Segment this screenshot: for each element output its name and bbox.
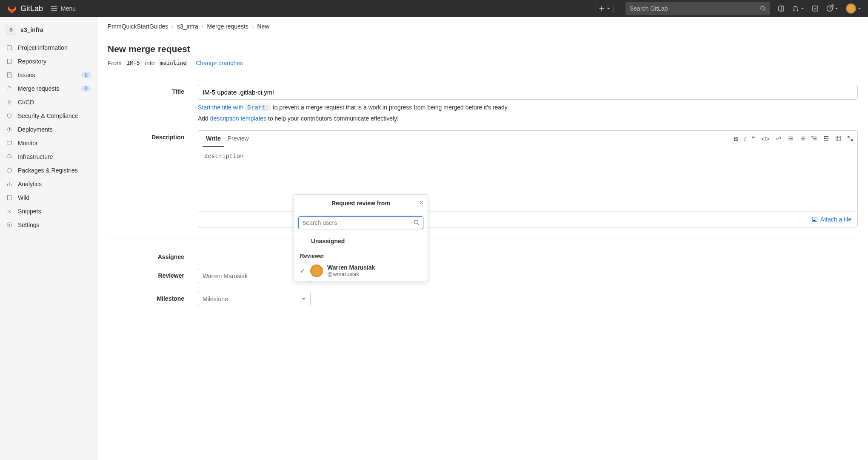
svg-rect-12 (8, 196, 11, 200)
topbar: GitLab Menu ? (0, 0, 868, 17)
svg-rect-8 (8, 59, 11, 64)
package-icon (6, 167, 13, 173)
target-branch: mainline (158, 59, 188, 66)
tab-preview[interactable]: Preview (224, 131, 252, 147)
breadcrumb-group[interactable]: PmmQuickStartGuides (108, 23, 168, 30)
milestone-select[interactable]: Milestone (198, 292, 311, 306)
gitlab-logo[interactable]: GitLab (7, 3, 43, 14)
sidebar-item-packages[interactable]: Packages & Registries (0, 164, 97, 177)
svg-text:?: ? (828, 6, 831, 11)
link-icon[interactable] (776, 135, 782, 142)
search-icon (760, 6, 766, 12)
search-input[interactable] (630, 5, 760, 12)
svg-point-16 (788, 138, 789, 139)
deploy-icon (6, 126, 13, 132)
branch-info: From IM-5 into mainline Change branches (108, 59, 858, 77)
breadcrumb-current: New (257, 23, 269, 30)
project-header[interactable]: S s3_infra (0, 21, 97, 41)
svg-point-21 (814, 218, 814, 219)
svg-point-13 (9, 224, 10, 226)
sidebar-item-wiki[interactable]: Wiki (0, 191, 97, 204)
divider (108, 239, 858, 239)
indent-icon[interactable] (823, 135, 829, 142)
svg-point-17 (788, 140, 789, 141)
menu-label: Menu (61, 5, 76, 12)
rocket-icon (6, 99, 13, 105)
sidebar-item-security[interactable]: Security & Compliance (0, 109, 97, 123)
source-branch: IM-5 (125, 59, 142, 66)
sidebar-item-settings[interactable]: Settings (0, 218, 97, 232)
create-new-dropdown[interactable] (596, 4, 614, 13)
draft-tag[interactable]: Draft: (245, 104, 271, 111)
attach-file-button[interactable]: Attach a file (812, 216, 851, 223)
draft-hint-link[interactable]: Start the title with (198, 104, 245, 111)
change-branches-link[interactable]: Change branches (196, 60, 243, 66)
task-list-icon[interactable] (811, 135, 817, 142)
page-title: New merge request (108, 44, 858, 54)
sidebar-item-deployments[interactable]: Deployments (0, 123, 97, 136)
close-icon[interactable]: × (420, 199, 423, 207)
popover-title: Request review from × (294, 195, 428, 212)
title-label: Title (108, 85, 198, 95)
plus-icon (599, 6, 605, 12)
user-avatar (846, 3, 856, 14)
merge-request-shortcut[interactable] (792, 5, 804, 12)
popover-reviewer-item[interactable]: ✓ Warren Marusiak @wmarusiak (294, 261, 428, 281)
sidebar-item-snippets[interactable]: Snippets (0, 204, 97, 218)
book-icon (6, 195, 13, 201)
sidebar-item-merge-requests[interactable]: Merge requests0 (0, 82, 97, 95)
fullscreen-icon[interactable] (847, 135, 853, 142)
user-menu[interactable] (846, 3, 861, 14)
sidebar-item-analytics[interactable]: Analytics (0, 177, 97, 191)
chevron-down-icon (606, 6, 611, 11)
popover-unassigned[interactable]: Unassigned (294, 233, 428, 249)
breadcrumb-mrs[interactable]: Merge requests (207, 23, 248, 30)
global-search[interactable] (625, 2, 770, 15)
sidebar-item-issues[interactable]: Issues0 (0, 68, 97, 82)
popover-search-input[interactable] (302, 219, 414, 226)
title-input[interactable] (198, 85, 858, 100)
breadcrumb: PmmQuickStartGuides › s3_infra › Merge r… (108, 23, 858, 36)
reviewer-label: Reviewer (108, 269, 198, 279)
svg-rect-19 (836, 136, 841, 141)
image-icon (812, 216, 818, 222)
table-icon[interactable] (835, 135, 841, 142)
issues-shortcut-icon[interactable] (778, 5, 785, 12)
milestone-label: Milestone (108, 292, 198, 302)
template-hint: Add description templates to help your c… (198, 115, 858, 122)
description-label: Description (108, 130, 198, 141)
monitor-icon (6, 140, 13, 146)
reviewer-avatar (310, 264, 323, 277)
sidebar-item-monitor[interactable]: Monitor (0, 136, 97, 150)
popover-search[interactable] (298, 216, 423, 229)
sidebar-item-project-info[interactable]: Project information (0, 41, 97, 55)
todos-icon[interactable] (812, 5, 819, 12)
code-icon[interactable]: </> (761, 135, 770, 142)
svg-point-15 (788, 137, 789, 138)
number-list-icon[interactable] (799, 135, 805, 142)
quote-icon[interactable]: ❞ (752, 135, 755, 142)
sidebar-item-repository[interactable]: Repository (0, 55, 97, 68)
sidebar-item-infrastructure[interactable]: Infrastructure (0, 150, 97, 164)
bullet-list-icon[interactable] (788, 135, 794, 142)
tab-write[interactable]: Write (203, 131, 224, 147)
svg-point-2 (794, 10, 795, 12)
help-dropdown[interactable]: ? (826, 5, 838, 12)
svg-point-0 (761, 6, 765, 10)
italic-icon[interactable]: I (744, 135, 746, 142)
bold-icon[interactable]: B (734, 135, 738, 142)
svg-point-14 (7, 223, 12, 227)
draft-hint: Start the title with Draft: to prevent a… (198, 104, 858, 111)
hamburger-icon (51, 5, 57, 12)
svg-rect-11 (7, 141, 12, 144)
popover-section-label: Reviewer (294, 249, 428, 261)
assignee-label: Assignee (108, 250, 198, 260)
svg-point-22 (414, 220, 418, 224)
chart-icon (6, 181, 13, 187)
menu-toggle[interactable]: Menu (51, 5, 76, 12)
sidebar-item-cicd[interactable]: CI/CD (0, 95, 97, 109)
template-link[interactable]: description templates (210, 115, 266, 122)
cloud-icon (6, 154, 13, 160)
breadcrumb-project[interactable]: s3_infra (177, 23, 198, 30)
reviewer-popover: Request review from × Unassigned Reviewe… (294, 194, 428, 281)
